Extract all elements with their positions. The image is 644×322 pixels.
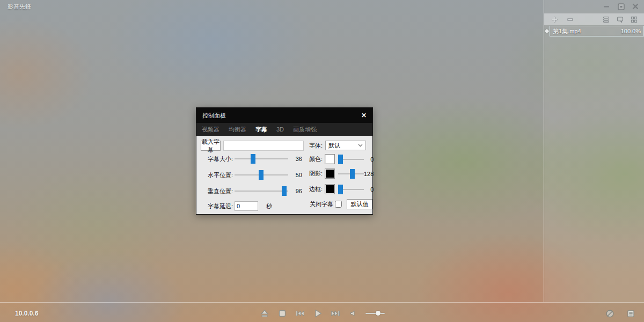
color-swatch[interactable] xyxy=(325,154,335,164)
current-item-marker xyxy=(545,29,549,33)
border-label: 边框: xyxy=(304,185,323,193)
playlist-comment-button[interactable] xyxy=(616,16,624,23)
volume-slider[interactable] xyxy=(365,308,385,319)
slider-thumb[interactable] xyxy=(251,154,255,164)
playlist-remove-button[interactable] xyxy=(566,16,574,23)
bottom-control-bar: 10.0.0.6 xyxy=(0,302,644,322)
vertical-pos-slider[interactable] xyxy=(235,186,288,196)
speaker-icon xyxy=(349,310,357,317)
playlist-toolbar xyxy=(544,13,644,25)
tab-equalizer[interactable]: 均衡器 xyxy=(229,126,246,134)
slider-thumb[interactable] xyxy=(259,170,264,180)
close-subtitle-label: 关闭字幕 xyxy=(304,200,333,208)
subtitle-delay-input[interactable] xyxy=(235,201,258,211)
app-window: 影音先鋒 xyxy=(0,0,644,322)
default-values-button[interactable]: 默认值 xyxy=(347,199,372,209)
border-swatch[interactable] xyxy=(325,184,335,194)
subtitle-delay-unit: 秒 xyxy=(266,202,272,210)
playlist-toggle-button[interactable] xyxy=(626,309,635,318)
subtitle-file-input[interactable] xyxy=(223,141,304,151)
slider-thumb[interactable] xyxy=(350,169,355,179)
load-subtitle-button[interactable]: 载入字幕 xyxy=(201,141,221,151)
font-select-value: 默认 xyxy=(328,142,340,150)
color-label: 颜色: xyxy=(304,155,323,163)
shadow-label: 阴影: xyxy=(304,170,323,178)
next-button[interactable] xyxy=(330,308,341,319)
playlist-items: 第1集.mp4 100.0% xyxy=(544,26,644,36)
tab-enhance[interactable]: 画质增强 xyxy=(293,126,317,134)
list-icon xyxy=(603,16,610,23)
queue-list-icon xyxy=(627,310,635,318)
subtitle-size-slider[interactable] xyxy=(235,153,288,164)
stop-icon xyxy=(277,308,288,319)
next-icon xyxy=(330,308,341,319)
chevron-down-icon xyxy=(358,144,363,147)
shadow-value: 128 xyxy=(364,171,374,177)
transport-controls xyxy=(259,308,385,319)
shadow-swatch[interactable] xyxy=(325,169,335,179)
subtitle-size-label: 字幕大小: xyxy=(201,155,233,163)
vertical-pos-value: 96 xyxy=(288,188,302,194)
font-select[interactable]: 默认 xyxy=(325,141,366,150)
playlist-gridmode-button[interactable] xyxy=(630,16,638,23)
playlist-listmode-button[interactable] xyxy=(602,16,610,23)
dialog-title: 控制面板 xyxy=(202,112,226,120)
slider-thumb[interactable] xyxy=(338,185,343,194)
minus-icon xyxy=(567,16,574,23)
color-value: 0 xyxy=(364,156,374,163)
control-panel-dialog: 控制面板 ✕ 视频器 均衡器 字幕 3D 画质增强 载入字幕 字幕大小: xyxy=(196,107,373,215)
plus-icon xyxy=(551,16,558,23)
border-slider[interactable] xyxy=(338,184,364,195)
dialog-tabs: 视频器 均衡器 字幕 3D 画质增强 xyxy=(196,123,372,136)
stop-button[interactable] xyxy=(277,308,288,319)
volume-mute-button[interactable] xyxy=(348,308,358,319)
slashed-circle-icon xyxy=(605,309,614,318)
dialog-close-button[interactable]: ✕ xyxy=(361,112,367,119)
color-slider[interactable] xyxy=(338,154,364,165)
playlist-item-name: 第1集.mp4 xyxy=(553,27,619,35)
border-value: 0 xyxy=(364,186,374,193)
vertical-pos-label: 垂直位置: xyxy=(201,187,233,195)
subtitle-size-value: 36 xyxy=(288,156,302,162)
app-title: 影音先鋒 xyxy=(8,3,31,11)
slider-thumb[interactable] xyxy=(282,186,287,196)
shadow-slider[interactable] xyxy=(338,169,364,179)
tab-3d[interactable]: 3D xyxy=(276,126,284,133)
horizontal-pos-slider[interactable] xyxy=(235,170,288,180)
playlist-item[interactable]: 第1集.mp4 100.0% xyxy=(550,26,644,36)
eject-button[interactable] xyxy=(259,308,270,319)
comment-icon xyxy=(617,16,624,23)
previous-button[interactable] xyxy=(295,308,305,319)
playlist-add-button[interactable] xyxy=(551,16,558,23)
tab-subtitle[interactable]: 字幕 xyxy=(255,126,267,134)
playlist-item-progress: 100.0% xyxy=(621,28,641,34)
horizontal-pos-value: 50 xyxy=(288,172,302,178)
tab-video[interactable]: 视频器 xyxy=(202,126,219,134)
close-subtitle-checkbox[interactable] xyxy=(335,201,342,208)
horizontal-pos-label: 水平位置: xyxy=(201,171,233,179)
grid-icon xyxy=(631,16,638,23)
playlist-panel: 第1集.mp4 100.0% xyxy=(544,0,644,302)
font-label: 字体: xyxy=(304,142,323,150)
bottom-right-controls xyxy=(605,309,635,318)
disable-effects-button[interactable] xyxy=(605,309,614,318)
slider-thumb[interactable] xyxy=(338,155,343,164)
eject-icon xyxy=(259,308,270,319)
play-icon xyxy=(312,308,323,319)
version-label: 10.0.0.6 xyxy=(15,310,38,317)
subtitle-delay-label: 字幕延迟: xyxy=(201,202,233,210)
dialog-body: 载入字幕 字幕大小: 36 水平位置: xyxy=(196,136,372,214)
dialog-titlebar: 控制面板 ✕ xyxy=(196,108,372,123)
volume-thumb[interactable] xyxy=(376,311,380,316)
previous-icon xyxy=(295,308,305,319)
play-button[interactable] xyxy=(312,308,323,319)
